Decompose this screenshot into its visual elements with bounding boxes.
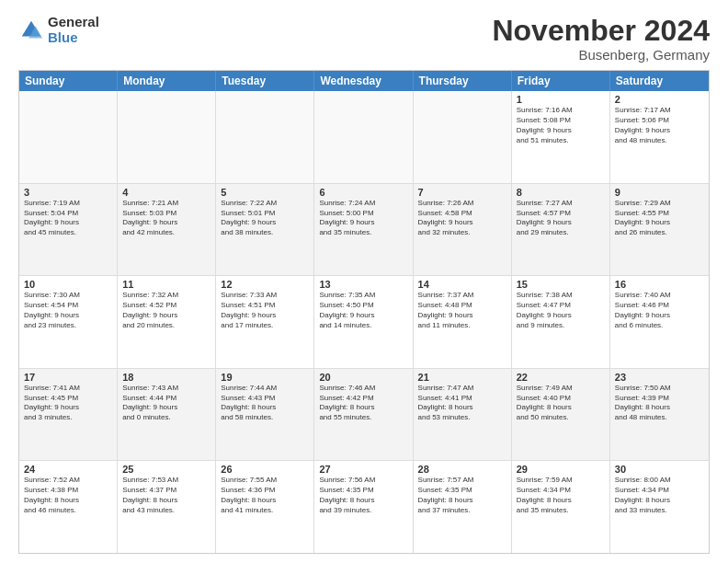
- day-cell-23: 23Sunrise: 7:50 AM Sunset: 4:39 PM Dayli…: [610, 369, 709, 461]
- day-info: Sunrise: 7:57 AM Sunset: 4:35 PM Dayligh…: [418, 476, 506, 515]
- day-info: Sunrise: 7:21 AM Sunset: 5:03 PM Dayligh…: [122, 199, 210, 238]
- title-block: November 2024 Busenberg, Germany: [492, 15, 710, 63]
- day-info: Sunrise: 7:52 AM Sunset: 4:38 PM Dayligh…: [24, 476, 112, 515]
- calendar-row-3: 17Sunrise: 7:41 AM Sunset: 4:45 PM Dayli…: [19, 369, 709, 462]
- day-info: Sunrise: 7:56 AM Sunset: 4:35 PM Dayligh…: [319, 476, 407, 515]
- header-day-friday: Friday: [512, 71, 610, 91]
- calendar-header: SundayMondayTuesdayWednesdayThursdayFrid…: [19, 71, 709, 91]
- day-number: 14: [418, 279, 506, 290]
- day-info: Sunrise: 7:44 AM Sunset: 4:43 PM Dayligh…: [221, 384, 309, 423]
- day-info: Sunrise: 7:35 AM Sunset: 4:50 PM Dayligh…: [319, 291, 407, 330]
- day-cell-21: 21Sunrise: 7:47 AM Sunset: 4:41 PM Dayli…: [414, 369, 512, 461]
- day-number: 24: [24, 464, 112, 475]
- day-number: 28: [418, 464, 506, 475]
- day-info: Sunrise: 7:46 AM Sunset: 4:42 PM Dayligh…: [319, 384, 407, 423]
- logo: General Blue: [18, 15, 99, 45]
- day-number: 30: [615, 464, 704, 475]
- header-day-monday: Monday: [118, 71, 216, 91]
- day-info: Sunrise: 7:37 AM Sunset: 4:48 PM Dayligh…: [418, 291, 506, 330]
- day-cell-9: 9Sunrise: 7:29 AM Sunset: 4:55 PM Daylig…: [610, 184, 709, 276]
- page: General Blue November 2024 Busenberg, Ge…: [0, 0, 728, 563]
- day-cell-12: 12Sunrise: 7:33 AM Sunset: 4:51 PM Dayli…: [216, 276, 314, 368]
- day-number: 20: [319, 372, 407, 383]
- day-number: 17: [24, 372, 112, 383]
- day-info: Sunrise: 7:16 AM Sunset: 5:08 PM Dayligh…: [517, 106, 605, 145]
- day-cell-2: 2Sunrise: 7:17 AM Sunset: 5:06 PM Daylig…: [610, 91, 709, 183]
- day-info: Sunrise: 7:29 AM Sunset: 4:55 PM Dayligh…: [615, 199, 704, 238]
- day-info: Sunrise: 7:32 AM Sunset: 4:52 PM Dayligh…: [122, 291, 210, 330]
- day-number: 22: [517, 372, 605, 383]
- day-info: Sunrise: 7:43 AM Sunset: 4:44 PM Dayligh…: [122, 384, 210, 423]
- day-cell-8: 8Sunrise: 7:27 AM Sunset: 4:57 PM Daylig…: [512, 184, 610, 276]
- day-info: Sunrise: 7:33 AM Sunset: 4:51 PM Dayligh…: [221, 291, 309, 330]
- day-cell-3: 3Sunrise: 7:19 AM Sunset: 5:04 PM Daylig…: [19, 184, 118, 276]
- header-day-thursday: Thursday: [414, 71, 512, 91]
- day-number: 6: [319, 187, 407, 198]
- day-number: 4: [122, 187, 210, 198]
- day-cell-16: 16Sunrise: 7:40 AM Sunset: 4:46 PM Dayli…: [610, 276, 709, 368]
- logo-icon: [18, 17, 44, 43]
- day-cell-6: 6Sunrise: 7:24 AM Sunset: 5:00 PM Daylig…: [314, 184, 413, 276]
- day-cell-20: 20Sunrise: 7:46 AM Sunset: 4:42 PM Dayli…: [314, 369, 413, 461]
- day-info: Sunrise: 7:50 AM Sunset: 4:39 PM Dayligh…: [615, 384, 704, 423]
- day-number: 5: [221, 187, 309, 198]
- day-info: Sunrise: 7:26 AM Sunset: 4:58 PM Dayligh…: [418, 199, 506, 238]
- calendar-row-2: 10Sunrise: 7:30 AM Sunset: 4:54 PM Dayli…: [19, 276, 709, 369]
- day-cell-17: 17Sunrise: 7:41 AM Sunset: 4:45 PM Dayli…: [19, 369, 118, 461]
- day-cell-10: 10Sunrise: 7:30 AM Sunset: 4:54 PM Dayli…: [19, 276, 118, 368]
- day-number: 18: [122, 372, 210, 383]
- calendar-row-0: 1Sunrise: 7:16 AM Sunset: 5:08 PM Daylig…: [19, 91, 709, 184]
- calendar: SundayMondayTuesdayWednesdayThursdayFrid…: [18, 70, 710, 554]
- day-info: Sunrise: 7:38 AM Sunset: 4:47 PM Dayligh…: [517, 291, 605, 330]
- day-cell-27: 27Sunrise: 7:56 AM Sunset: 4:35 PM Dayli…: [314, 461, 413, 553]
- header-day-sunday: Sunday: [19, 71, 118, 91]
- day-number: 9: [615, 187, 704, 198]
- day-info: Sunrise: 7:40 AM Sunset: 4:46 PM Dayligh…: [615, 291, 704, 330]
- day-cell-19: 19Sunrise: 7:44 AM Sunset: 4:43 PM Dayli…: [216, 369, 314, 461]
- day-number: 19: [221, 372, 309, 383]
- page-subtitle: Busenberg, Germany: [492, 47, 710, 63]
- day-info: Sunrise: 7:27 AM Sunset: 4:57 PM Dayligh…: [517, 199, 605, 238]
- day-info: Sunrise: 7:59 AM Sunset: 4:34 PM Dayligh…: [517, 476, 605, 515]
- day-cell-14: 14Sunrise: 7:37 AM Sunset: 4:48 PM Dayli…: [414, 276, 512, 368]
- header: General Blue November 2024 Busenberg, Ge…: [18, 15, 710, 63]
- day-cell-1: 1Sunrise: 7:16 AM Sunset: 5:08 PM Daylig…: [512, 91, 610, 183]
- day-cell-5: 5Sunrise: 7:22 AM Sunset: 5:01 PM Daylig…: [216, 184, 314, 276]
- day-cell-28: 28Sunrise: 7:57 AM Sunset: 4:35 PM Dayli…: [414, 461, 512, 553]
- logo-general: General: [48, 15, 99, 30]
- day-number: 25: [122, 464, 210, 475]
- header-day-wednesday: Wednesday: [314, 71, 413, 91]
- day-number: 8: [517, 187, 605, 198]
- day-number: 2: [615, 94, 704, 105]
- day-cell-13: 13Sunrise: 7:35 AM Sunset: 4:50 PM Dayli…: [314, 276, 413, 368]
- day-number: 10: [24, 279, 112, 290]
- day-number: 15: [517, 279, 605, 290]
- empty-cell-r0c3: [314, 91, 413, 183]
- day-info: Sunrise: 7:24 AM Sunset: 5:00 PM Dayligh…: [319, 199, 407, 238]
- day-cell-26: 26Sunrise: 7:55 AM Sunset: 4:36 PM Dayli…: [216, 461, 314, 553]
- day-number: 13: [319, 279, 407, 290]
- empty-cell-r0c0: [19, 91, 118, 183]
- day-number: 29: [517, 464, 605, 475]
- day-number: 12: [221, 279, 309, 290]
- day-cell-22: 22Sunrise: 7:49 AM Sunset: 4:40 PM Dayli…: [512, 369, 610, 461]
- calendar-row-4: 24Sunrise: 7:52 AM Sunset: 4:38 PM Dayli…: [19, 461, 709, 553]
- header-day-tuesday: Tuesday: [216, 71, 314, 91]
- day-number: 26: [221, 464, 309, 475]
- page-title: November 2024: [492, 15, 710, 47]
- day-number: 21: [418, 372, 506, 383]
- logo-text: General Blue: [48, 15, 99, 45]
- day-number: 23: [615, 372, 704, 383]
- day-info: Sunrise: 8:00 AM Sunset: 4:34 PM Dayligh…: [615, 476, 704, 515]
- day-number: 1: [517, 94, 605, 105]
- day-cell-4: 4Sunrise: 7:21 AM Sunset: 5:03 PM Daylig…: [118, 184, 216, 276]
- day-cell-29: 29Sunrise: 7:59 AM Sunset: 4:34 PM Dayli…: [512, 461, 610, 553]
- day-cell-11: 11Sunrise: 7:32 AM Sunset: 4:52 PM Dayli…: [118, 276, 216, 368]
- day-cell-7: 7Sunrise: 7:26 AM Sunset: 4:58 PM Daylig…: [414, 184, 512, 276]
- day-number: 27: [319, 464, 407, 475]
- day-cell-18: 18Sunrise: 7:43 AM Sunset: 4:44 PM Dayli…: [118, 369, 216, 461]
- day-cell-30: 30Sunrise: 8:00 AM Sunset: 4:34 PM Dayli…: [610, 461, 709, 553]
- day-info: Sunrise: 7:22 AM Sunset: 5:01 PM Dayligh…: [221, 199, 309, 238]
- day-info: Sunrise: 7:55 AM Sunset: 4:36 PM Dayligh…: [221, 476, 309, 515]
- day-cell-25: 25Sunrise: 7:53 AM Sunset: 4:37 PM Dayli…: [118, 461, 216, 553]
